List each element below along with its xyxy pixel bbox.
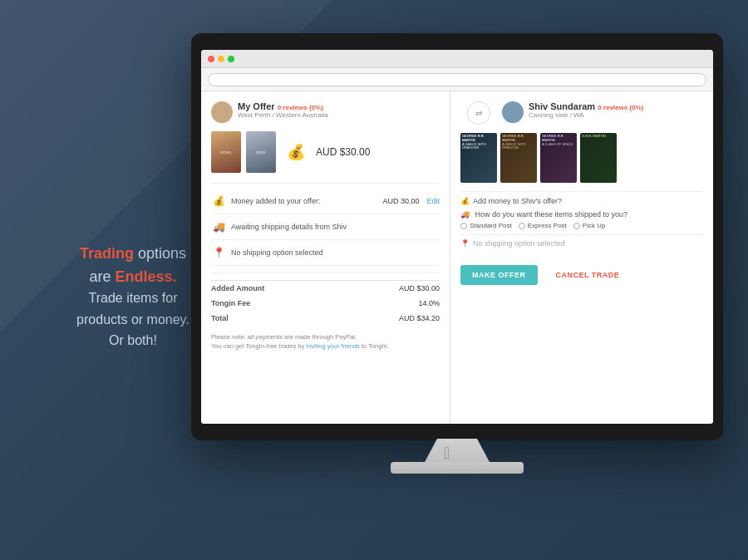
added-amount-row: Added Amount AUD $30.00 — [211, 281, 440, 296]
shiv-book-1: GEORGE R.R. MARTIN A DANCE WITH DRAGONS — [460, 133, 497, 183]
minimize-button-dot[interactable] — [218, 56, 224, 62]
apple-logo-icon:  — [444, 444, 450, 463]
are-label: are — [89, 268, 115, 285]
express-post-radio[interactable] — [519, 223, 525, 229]
my-offer-location: West Perth / Western Australia — [238, 111, 328, 119]
shipping-question: 🚚 How do you want these items shipped to… — [460, 210, 703, 219]
divider-2 — [211, 273, 440, 273]
options-label: options — [134, 245, 186, 262]
make-offer-button[interactable]: MAKE OFFER — [460, 265, 538, 285]
total-row: Total AUD $34.20 — [211, 311, 440, 326]
payment-note: Please note: all payments are made throu… — [211, 332, 440, 351]
divider-1 — [211, 183, 440, 184]
invite-friends-link[interactable]: inviting your friends — [306, 342, 360, 350]
money-icon-row: 💰 — [211, 194, 226, 209]
shiv-location: Canning Vale / WA — [529, 111, 643, 119]
shiv-name: Shiv Sundaram 0 reviews (0%) — [529, 101, 643, 111]
endless-label: Endless. — [116, 268, 177, 285]
browser-top-bar — [201, 50, 713, 68]
standard-post-label: Standard Post — [470, 222, 512, 229]
no-shipping-label: No shipping option selected — [231, 248, 440, 257]
money-added-value: AUD 30.00 — [382, 197, 419, 205]
my-offer-name: My Offer 0 reviews (0%) — [238, 101, 328, 111]
my-offer-books: NOVEL BOOK 💰 AUD $30.00 — [211, 131, 440, 173]
shiv-books: GEORGE R.R. MARTIN A DANCE WITH DRAGONS … — [460, 133, 703, 183]
url-input[interactable] — [208, 73, 706, 86]
svg-point-3 — [505, 115, 520, 123]
shipping-radio-group: Standard Post Express Post Pick Up — [460, 222, 703, 229]
trading-label: Trading — [80, 245, 134, 262]
location-icon-shiv: 📍 — [460, 239, 470, 248]
shiv-divider-1 — [460, 191, 703, 192]
pickup-option[interactable]: Pick Up — [573, 222, 606, 229]
edit-link[interactable]: Edit — [426, 197, 440, 205]
maximize-button-dot[interactable] — [228, 56, 234, 62]
swap-icon: ⇄ — [467, 101, 490, 125]
my-offer-avatar — [211, 101, 233, 123]
awaiting-shipping-row: 🚚 Awaiting shipping details from Shiv — [211, 214, 440, 240]
added-amount-label: Added Amount — [211, 284, 264, 292]
shiv-reviews: 0 reviews (0%) — [598, 104, 643, 111]
added-amount-value: AUD $30.00 — [399, 284, 440, 292]
action-buttons: MAKE OFFER CANCEL TRADE — [460, 265, 703, 285]
tongin-fee-row: Tongin Fee 14.0% — [211, 296, 440, 311]
my-offer-panel: My Offer 0 reviews (0%) West Perth / Wes… — [201, 91, 450, 424]
imac-base — [391, 462, 524, 474]
imac-stand — [424, 439, 490, 464]
total-label: Total — [211, 314, 229, 322]
standard-post-option[interactable]: Standard Post — [460, 222, 512, 229]
svg-point-0 — [218, 106, 226, 114]
shiv-offer-header: ⇄ Shiv Sundaram 0 reviews (0%) — [460, 101, 703, 125]
pickup-radio[interactable] — [573, 223, 580, 229]
close-button-dot[interactable] — [208, 56, 214, 62]
shiv-avatar — [502, 101, 524, 123]
total-value: AUD $34.20 — [399, 314, 440, 322]
my-offer-header: My Offer 0 reviews (0%) West Perth / Wes… — [211, 101, 440, 123]
shiv-book-4: G.R.R. MARTIN — [580, 133, 617, 183]
summary-table: Added Amount AUD $30.00 Tongin Fee 14.0%… — [211, 280, 440, 326]
no-shipping-row: 📍 No shipping option selected — [211, 240, 440, 266]
imac-screen-bezel: My Offer 0 reviews (0%) West Perth / Wes… — [191, 33, 723, 440]
screen-content: My Offer 0 reviews (0%) West Perth / Wes… — [201, 91, 713, 424]
money-icon: 💰 — [287, 143, 305, 161]
shiv-book-3: GEORGE R.R. MARTIN A CLASH OF KINGS — [540, 133, 577, 183]
my-offer-info: My Offer 0 reviews (0%) West Perth / Wes… — [238, 101, 328, 119]
shiv-offer-panel: ⇄ Shiv Sundaram 0 reviews (0%) — [450, 91, 713, 424]
money-added-label: Money added to your offer: — [231, 197, 377, 205]
imac-display: My Offer 0 reviews (0%) West Perth / Wes… — [201, 50, 713, 424]
shipping-icon: 🚚 — [211, 219, 226, 234]
tongin-fee-value: 14.0% — [418, 299, 440, 307]
tongin-fee-label: Tongin Fee — [211, 299, 250, 307]
shiv-book-2: GEORGE R.R. MARTIN A DANCE WITH DRAGONS — [500, 133, 537, 183]
info-section: 💰 Money added to your offer: AUD 30.00 E… — [211, 189, 440, 266]
cancel-trade-button[interactable]: CANCEL TRADE — [544, 265, 632, 285]
imac-container: My Offer 0 reviews (0%) West Perth / Wes… — [191, 33, 740, 532]
my-offer-reviews: 0 reviews (0%) — [278, 104, 323, 111]
offer-price: AUD $30.00 — [316, 146, 370, 158]
svg-point-2 — [509, 106, 517, 114]
location-icon: 📍 — [211, 245, 226, 260]
pickup-label: Pick Up — [583, 222, 606, 229]
add-money-section: 💰 Add money to Shiv's offer? — [460, 197, 703, 205]
book-image-2: BOOK — [246, 131, 276, 173]
money-icon-wrap: 💰 — [281, 137, 311, 167]
money-added-row: 💰 Money added to your offer: AUD 30.00 E… — [211, 189, 440, 214]
money-icon-shiv: 💰 — [460, 197, 470, 205]
url-bar — [201, 68, 713, 91]
awaiting-label: Awaiting shipping details from Shiv — [231, 223, 440, 231]
book-image-1: NOVEL — [211, 131, 241, 173]
no-shipping-shiv: 📍 No shipping option selected — [460, 234, 703, 252]
shiv-info: Shiv Sundaram 0 reviews (0%) Canning Val… — [529, 101, 643, 119]
standard-post-radio[interactable] — [460, 223, 467, 229]
express-post-option[interactable]: Express Post — [519, 222, 567, 229]
shipping-icon-shiv: 🚚 — [460, 210, 470, 219]
express-post-label: Express Post — [528, 222, 567, 229]
svg-point-1 — [214, 115, 229, 123]
add-money-label: Add money to Shiv's offer? — [473, 197, 562, 205]
